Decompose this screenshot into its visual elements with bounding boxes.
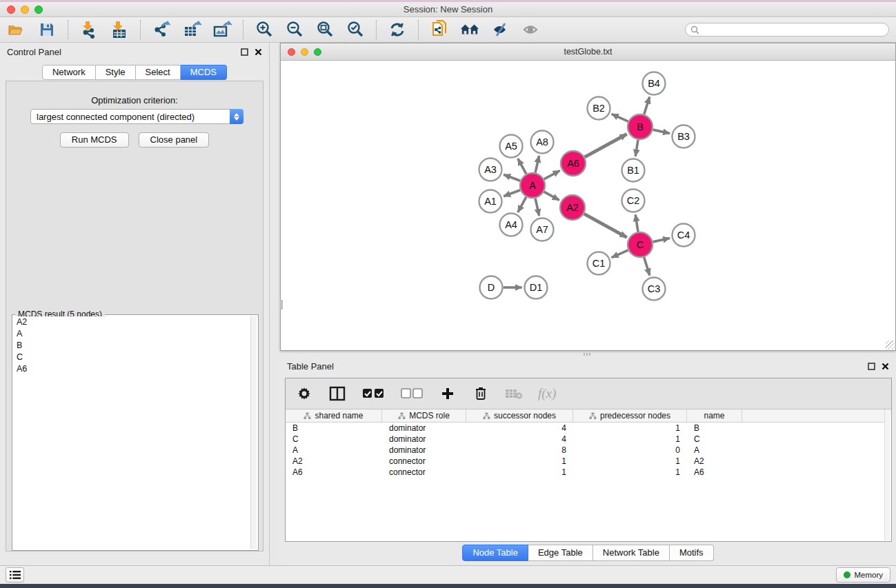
- import-network-icon[interactable]: [79, 20, 99, 39]
- table-row[interactable]: A6connector11A6: [286, 467, 884, 478]
- tab-network[interactable]: Network: [42, 65, 96, 80]
- memory-button[interactable]: Memory: [836, 567, 890, 582]
- graph-edge-A-A6[interactable]: [544, 170, 560, 179]
- table-scrollbar[interactable]: [884, 409, 890, 540]
- network-minimize-button[interactable]: [301, 48, 308, 56]
- export-network-icon[interactable]: [152, 20, 171, 39]
- horizontal-splitter-handle[interactable]: [583, 352, 591, 356]
- table-cell[interactable]: C: [687, 434, 742, 444]
- home-icon[interactable]: [460, 20, 479, 39]
- graph-edge-A-A3[interactable]: [504, 174, 520, 181]
- task-history-button[interactable]: [6, 567, 24, 582]
- table-cell[interactable]: connector: [382, 467, 466, 477]
- network-window-titlebar[interactable]: testGlobe.txt: [281, 43, 895, 61]
- zoom-in-icon[interactable]: [255, 20, 274, 39]
- graph-node-A6[interactable]: A6: [561, 151, 586, 176]
- clone-network-icon[interactable]: [430, 20, 449, 39]
- export-image-icon[interactable]: [212, 20, 232, 39]
- minimize-window-button[interactable]: [21, 6, 29, 14]
- table-cell[interactable]: B: [286, 423, 382, 433]
- table-cell[interactable]: A6: [286, 467, 382, 477]
- graph-node-A[interactable]: A: [520, 173, 545, 198]
- table-cell[interactable]: 1: [573, 423, 687, 433]
- add-column-icon[interactable]: [439, 385, 457, 403]
- close-panel-icon[interactable]: [882, 363, 889, 370]
- export-table-icon[interactable]: [182, 20, 201, 39]
- table-cell[interactable]: A: [687, 445, 742, 455]
- graph-node-C4[interactable]: C4: [673, 224, 695, 247]
- graph-node-C1[interactable]: C1: [588, 252, 610, 275]
- graph-edge-A-A8[interactable]: [535, 156, 539, 172]
- zoom-selected-icon[interactable]: [346, 20, 365, 39]
- mcds-result-item[interactable]: A6: [14, 363, 250, 375]
- graph-node-A2[interactable]: A2: [560, 195, 585, 220]
- tab-edge-table[interactable]: Edge Table: [528, 545, 593, 561]
- tab-mcds[interactable]: MCDS: [181, 65, 227, 80]
- mcds-result-list[interactable]: A2ABCA6: [14, 316, 250, 549]
- search-field[interactable]: [685, 23, 889, 37]
- graph-edge-C-C4[interactable]: [653, 238, 670, 241]
- table-cell[interactable]: 8: [466, 445, 573, 455]
- table-cell[interactable]: 4: [466, 434, 573, 444]
- close-window-button[interactable]: [7, 6, 15, 14]
- tab-node-table[interactable]: Node Table: [462, 545, 528, 561]
- network-canvas[interactable]: B4B2BB3A8A5A6A3B1AC2A1A2A4A7C4CC1DD1C3: [281, 61, 895, 350]
- result-list-scrollbar[interactable]: [250, 316, 257, 549]
- network-graph[interactable]: B4B2BB3A8A5A6A3B1AC2A1A2A4A7C4CC1DD1C3: [281, 61, 895, 350]
- network-zoom-button[interactable]: [314, 48, 321, 56]
- column-header-MCDS-role[interactable]: MCDS role: [382, 409, 466, 422]
- column-header-name[interactable]: name: [687, 409, 742, 422]
- graph-node-A3[interactable]: A3: [479, 159, 502, 181]
- eye-icon[interactable]: [521, 20, 540, 39]
- tab-select[interactable]: Select: [136, 65, 181, 80]
- graph-node-B3[interactable]: B3: [673, 125, 695, 148]
- hide-details-icon[interactable]: [490, 20, 510, 39]
- graph-node-B2[interactable]: B2: [588, 97, 610, 120]
- graph-edge-A-A4[interactable]: [518, 197, 526, 212]
- settings-gear-icon[interactable]: [295, 385, 313, 403]
- close-panel-icon[interactable]: [255, 48, 262, 56]
- graph-node-D1[interactable]: D1: [525, 276, 548, 299]
- table-cell[interactable]: A: [286, 445, 382, 455]
- graph-node-A1[interactable]: A1: [479, 190, 502, 213]
- graph-node-B1[interactable]: B1: [622, 159, 645, 182]
- table-cell[interactable]: A6: [687, 467, 742, 477]
- select-all-columns-icon[interactable]: [361, 385, 385, 403]
- table-cell[interactable]: 0: [573, 445, 687, 455]
- graph-node-B[interactable]: B: [628, 114, 653, 139]
- table-cell[interactable]: 1: [466, 467, 573, 477]
- graph-node-C2[interactable]: C2: [622, 190, 645, 212]
- import-table-icon[interactable]: [110, 20, 129, 39]
- search-input[interactable]: [702, 25, 884, 34]
- column-header-predecessor-nodes[interactable]: predecessor nodes: [573, 409, 687, 422]
- table-row[interactable]: Bdominator41B: [286, 423, 884, 434]
- table-row[interactable]: A2connector11A2: [286, 456, 884, 467]
- tab-style[interactable]: Style: [96, 65, 136, 80]
- table-cell[interactable]: A2: [286, 456, 382, 466]
- table-cell[interactable]: dominator: [382, 423, 466, 433]
- save-icon[interactable]: [37, 20, 57, 39]
- graph-node-A4[interactable]: A4: [500, 214, 523, 236]
- float-panel-icon[interactable]: [868, 363, 875, 370]
- run-mcds-button[interactable]: Run MCDS: [60, 132, 129, 148]
- table-cell[interactable]: A2: [687, 456, 742, 466]
- graph-node-B4[interactable]: B4: [643, 72, 666, 95]
- mcds-result-item[interactable]: C: [14, 352, 250, 363]
- table-cell[interactable]: 1: [466, 456, 573, 466]
- graph-edge-A-A7[interactable]: [535, 199, 539, 216]
- table-cell[interactable]: dominator: [382, 445, 466, 455]
- deselect-all-columns-icon[interactable]: [400, 385, 424, 403]
- graph-edge-A-A1[interactable]: [504, 190, 520, 196]
- criterion-dropdown[interactable]: largest connected component (directed): [30, 109, 243, 124]
- window-resize-grip[interactable]: [886, 341, 895, 349]
- graph-edge-A-A5[interactable]: [518, 159, 526, 174]
- table-cell[interactable]: dominator: [382, 434, 466, 444]
- graph-node-C[interactable]: C: [628, 232, 653, 257]
- graph-edge-A2-C[interactable]: [584, 214, 627, 237]
- graph-node-A5[interactable]: A5: [500, 135, 523, 158]
- mcds-result-item[interactable]: A: [14, 328, 250, 340]
- column-header-shared-name[interactable]: shared name: [286, 409, 382, 422]
- column-header-successor-nodes[interactable]: successor nodes: [466, 409, 573, 422]
- table-cell[interactable]: 1: [573, 456, 687, 466]
- table-cell[interactable]: connector: [382, 456, 466, 466]
